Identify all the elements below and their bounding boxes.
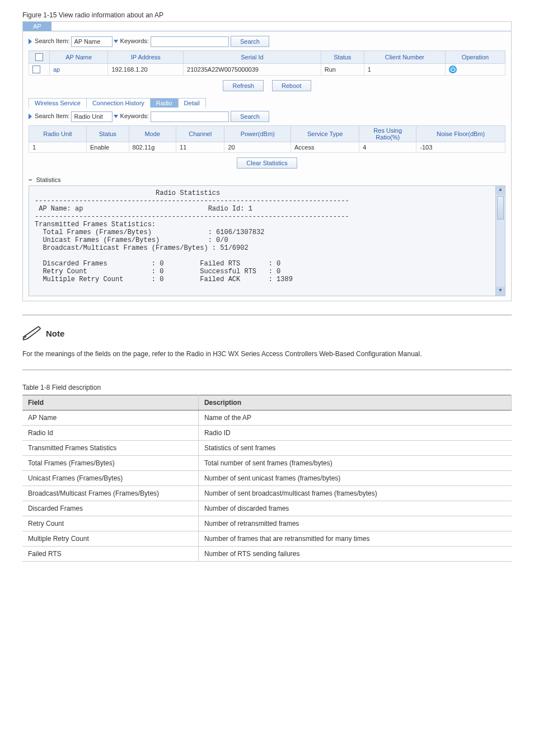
cell-ip: 192.168.1.20 [108,64,184,76]
cell-clientnum: 1 [364,64,445,76]
table-row: Transmitted Frames StatisticsStatistics … [22,440,512,455]
cell-servicetype: Access [291,142,359,153]
statistics-label: Statistics [36,176,61,183]
keywords-input-2[interactable] [151,111,229,122]
tab-wireless-service[interactable]: Wireless Service [29,98,87,108]
cell-channel: 11 [176,142,224,153]
scroll-up-icon[interactable]: ▲ [496,186,505,195]
keywords-label-2: Keywords: [120,113,149,119]
arrow-icon [29,39,32,44]
col-noise: Noise Floor(dBm) [416,126,505,142]
statistics-text: Radio Statistics -----------------------… [35,189,349,283]
radio-table: Radio Unit Status Mode Channel Power(dBm… [29,125,505,153]
table-row: Discarded FramesNumber of discarded fram… [22,501,512,516]
row-checkbox[interactable] [32,66,40,73]
table-row: 1 Enable 802.11g 11 20 Access 4 -103 [29,142,505,153]
field-description-table: Field Description AP NameName of the AP … [22,395,512,562]
reboot-button[interactable]: Reboot [272,80,311,91]
table-row: Multiple Retry CountNumber of frames tha… [22,531,512,546]
col-status2: Status [86,126,129,142]
note-body: For the meanings of the fields on the pa… [22,349,512,360]
ap-table: AP Name IP Address Serial Id Status Clie… [29,50,505,76]
table-row: Failed RTSNumber of RTS sending failures [22,546,512,561]
cell-status: Run [321,64,364,76]
statistics-header[interactable]: − Statistics [29,176,505,183]
select-value: AP Name [74,38,100,45]
note-icon [22,325,41,341]
search-label: Search Item: [35,38,69,44]
power-icon[interactable]: ⏻ [449,66,457,73]
cell-apname[interactable]: ap [50,64,108,76]
statistics-box: Radio Statistics -----------------------… [29,185,505,296]
divider [22,370,512,370]
scroll-down-icon[interactable]: ▼ [496,287,505,296]
figure-caption: Figure 1-15 View radio information about… [22,11,512,19]
col-apname: AP Name [50,51,108,64]
ap-section: Search Item: AP Name Keywords: Search AP… [23,31,511,301]
search-label-2: Search Item: [35,113,69,119]
cell-serial: 210235A22W0075000039 [184,64,321,76]
subtab-bar: Wireless ServiceConnection HistoryRadioD… [29,98,505,108]
cell-radio-unit: 1 [29,142,87,153]
search-button[interactable]: Search [231,36,269,47]
scroll-thumb[interactable] [497,196,504,220]
scrollbar[interactable]: ▲ ▼ [495,186,505,296]
col-field: Field [22,395,198,410]
col-channel: Channel [176,126,224,142]
divider [22,315,512,315]
cell-mode: 802.11g [129,142,176,153]
col-radio-unit: Radio Unit [29,126,87,142]
cell-power: 20 [224,142,291,153]
table-row: Total Frames (Frames/Bytes)Total number … [22,455,512,470]
table-row: AP NameName of the AP [22,410,512,425]
table-row: Retry CountNumber of retransmitted frame… [22,516,512,531]
col-servicetype: Service Type [291,126,359,142]
clear-button-row: Clear Statistics [29,153,505,173]
table-caption: Table 1-8 Field description [22,384,512,391]
select-all-checkbox[interactable] [35,53,43,61]
tab-radio[interactable]: Radio [150,98,179,108]
keywords-label: Keywords: [120,38,149,44]
table-row: ap 192.168.1.20 210235A22W0075000039 Run… [29,64,505,76]
col-power: Power(dBm) [224,126,291,142]
tab-connection-history[interactable]: Connection History [86,98,151,108]
cell-noise: -103 [416,142,505,153]
cell-operation: ⏻ [446,64,505,76]
col-mode: Mode [129,126,176,142]
refresh-button[interactable]: Refresh [223,80,264,91]
cell-status2: Enable [86,142,129,153]
col-serial: Serial Id [184,51,321,64]
top-tabbar: AP [23,22,511,31]
col-status: Status [321,51,364,64]
note-heading: Note [22,325,512,341]
col-operation: Operation [446,51,505,64]
col-clientnum: Client Number [364,51,445,64]
table-row: Unicast Frames (Frames/Bytes)Number of s… [22,470,512,486]
tab-detail[interactable]: Detail [178,98,206,108]
search-button-2[interactable]: Search [231,111,269,122]
table-row: Broadcast/Multicast Frames (Frames/Bytes… [22,486,512,501]
ap-button-row: Refresh Reboot [29,76,505,96]
clear-statistics-button[interactable]: Clear Statistics [237,157,297,169]
chevron-down-icon [114,115,118,118]
table-row: Radio IdRadio ID [22,425,512,440]
tab-ap[interactable]: AP [23,22,51,31]
note-label: Note [46,329,64,338]
col-resusing: Res UsingRatio(%) [359,126,416,142]
col-ip: IP Address [108,51,184,64]
collapse-icon: − [29,176,32,183]
chevron-down-icon [114,40,118,43]
search-item-select-2[interactable]: Radio Unit [71,111,113,122]
col-desc: Description [198,395,511,410]
arrow-icon [29,114,32,119]
cell-resusing: 4 [359,142,416,153]
keywords-input[interactable] [151,36,229,47]
search-item-select[interactable]: AP Name [71,36,113,47]
search-row-radio: Search Item: Radio Unit Keywords: Search [29,111,505,122]
search-row-ap: Search Item: AP Name Keywords: Search [29,36,505,47]
screenshot-panel: AP Search Item: AP Name Keywords: Search… [22,21,512,301]
select-value-2: Radio Unit [74,113,102,120]
